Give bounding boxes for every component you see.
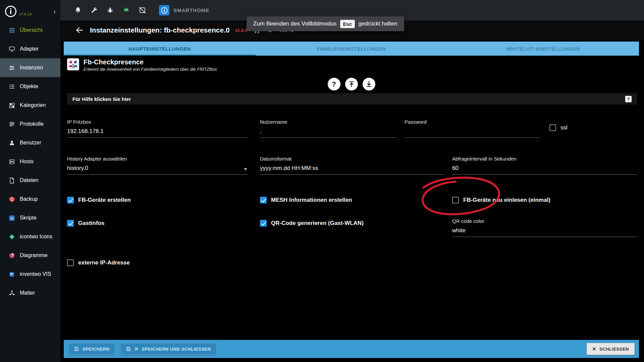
events-off-icon[interactable] [138, 6, 147, 14]
sidebar-item-matter[interactable]: Matter [0, 284, 60, 302]
checkbox-box [67, 259, 74, 266]
checkbox-label: MESH Informationen erstellen [271, 197, 352, 203]
sidebar-item-inventwo-vis[interactable]: inventwo VIS [0, 265, 60, 284]
download-config-button[interactable] [363, 78, 375, 90]
instance-settings-dialog: HAUPTEINSTELLUNGEN FAMILIENEINSTELLUNGEN… [64, 42, 639, 362]
field-label: Abfrageintervall in Sekunden [452, 156, 637, 161]
adapter-header: Fb-Checkpresence Erkennt die Anwesenheit… [67, 58, 217, 72]
mesh-informationen-checkbox[interactable]: MESH Informationen erstellen [260, 197, 352, 203]
sidebar-item-skripte[interactable]: JS Skripte [0, 208, 60, 227]
field-label: Datumsformat [260, 156, 445, 161]
notifications-bell-icon[interactable] [74, 6, 82, 14]
close-x-icon: × [592, 346, 596, 352]
sidebar-item-protokolle[interactable]: Protokolle [0, 115, 60, 133]
adapter-title-block: Fb-Checkpresence Erkennt die Anwesenheit… [84, 58, 217, 72]
abfrageintervall-input[interactable]: 60 [452, 165, 637, 175]
fb-geraete-erstellen-checkbox[interactable]: FB-Geräte erstellen [67, 197, 131, 203]
adapter-logo-icon [67, 58, 79, 70]
ip-fritzbox-field: IP Fritzbox 192.168.178.1 [67, 119, 249, 138]
history-adapter-select[interactable]: history.0 [67, 165, 249, 175]
iobroker-logo-icon [5, 5, 17, 17]
page-title: Instanzeinstellungen: fb-checkpresence.0 [90, 26, 230, 34]
field-label: QR code color [452, 219, 637, 224]
fullscreen-toast: Zum Beenden des Vollbildmodus Esc gedrüc… [247, 16, 404, 31]
sidebar-item-label: Übersicht [20, 27, 43, 33]
help-question-icon: ? [625, 96, 632, 102]
nutzername-input[interactable]: . [260, 128, 396, 138]
help-round-button[interactable]: ? [328, 78, 340, 90]
list-icon [8, 83, 15, 90]
sidebar-item-label: Objekte [20, 83, 38, 89]
sliders-icon [8, 64, 15, 71]
tab-label: FAMILIENEINSTELLUNGEN [317, 46, 386, 52]
adapter-name: Fb-Checkpresence [84, 58, 217, 66]
tab-bar: HAUPTEINSTELLUNGEN FAMILIENEINSTELLUNGEN… [64, 42, 639, 56]
sidebar-item-hosts[interactable]: Hosts [0, 152, 60, 171]
save-and-close-button[interactable]: × SPEICHERN UND SCHLIESSEN [120, 343, 216, 355]
checkbox-label: QR-Code generieren (Gast-WLAN) [271, 220, 364, 227]
sidebar-item-label: Dateien [20, 177, 38, 183]
admin-version: v7.6.14 [19, 12, 32, 16]
sidebar-item-label: Backup [20, 196, 38, 202]
externe-ip-adresse-checkbox[interactable]: externe IP-Adresse [67, 259, 130, 266]
back-arrow-icon[interactable] [75, 26, 84, 35]
close-button-label: SCHLIESSEN [599, 347, 629, 352]
qr-code-generieren-checkbox[interactable]: QR-Code generieren (Gast-WLAN) [260, 220, 364, 227]
sidebar-item-dateien[interactable]: Dateien [0, 171, 60, 190]
floppy-icon [74, 346, 79, 352]
close-x-icon: × [135, 346, 138, 352]
help-banner[interactable]: Für Hilfe klicken Sie hier ? [67, 93, 637, 105]
qr-code-color-input[interactable]: white [452, 227, 637, 237]
monitor-icon [8, 45, 15, 53]
wrench-icon[interactable] [90, 6, 98, 14]
abfrageintervall-field: Abfrageintervall in Sekunden 60 [452, 156, 637, 175]
sidebar-item-instanzen[interactable]: Instanzen [0, 58, 60, 77]
brand-name: SMARTHOME [173, 7, 209, 13]
sidebar-item-icontwo[interactable]: icontwo Icons [0, 227, 60, 246]
molecule-icon [8, 289, 15, 297]
upload-config-button[interactable] [345, 78, 358, 90]
floppy-icon [126, 346, 131, 352]
checkbox-box [67, 197, 74, 203]
diamond-icon [8, 233, 15, 240]
categories-icon [8, 102, 15, 109]
server-icon [8, 158, 15, 165]
save-and-close-button-label: SPEICHERN UND SCHLIESSEN [142, 347, 211, 352]
password-input[interactable] [405, 128, 540, 138]
gastinfos-checkbox[interactable]: Gastinfos [67, 220, 104, 227]
toast-text-after: gedrückt halten [358, 20, 397, 27]
file-icon [8, 177, 15, 184]
sidebar-item-diagramme[interactable]: Diagramme [0, 246, 60, 265]
sidebar-item-backup[interactable]: Backup [0, 190, 60, 208]
sidebar-item-kategorien[interactable]: Kategorien [0, 96, 60, 115]
qr-code-color-field: QR code color white [452, 219, 637, 237]
ssl-checkbox[interactable]: ssl [549, 124, 568, 131]
fb-geraete-neu-einlesen-checkbox[interactable]: FB-Geräte neu einlesen (einmal) [452, 197, 550, 203]
sidebar-item-label: Benutzer [20, 140, 41, 146]
tab-haupteinstellungen[interactable]: HAUPTEINSTELLUNGEN [64, 42, 256, 56]
help-banner-text: Für Hilfe klicken Sie hier [72, 96, 131, 102]
sidebar-item-label: Adapter [20, 46, 39, 52]
ip-fritzbox-input[interactable]: 192.168.178.1 [67, 128, 249, 138]
checkbox-label: ssl [560, 124, 568, 131]
android-icon[interactable] [122, 6, 130, 14]
checkbox-box [549, 124, 556, 131]
close-button[interactable]: × SCHLIESSEN [587, 343, 635, 355]
datumsformat-input[interactable]: yyyy.mm.dd HH:MM:ss [260, 165, 445, 175]
tab-familieneinstellungen[interactable]: FAMILIENEINSTELLUNGEN [256, 42, 447, 56]
app-root: v7.6.14 ‹ Übersicht Adapter Instanzen Ob… [0, 0, 644, 362]
sidebar-item-benutzer[interactable]: Benutzer [0, 133, 60, 152]
backup-icon [8, 195, 15, 203]
sidebar-item-objekte[interactable]: Objekte [0, 77, 60, 96]
grid-icon [8, 26, 15, 34]
sidebar-header: v7.6.14 ‹ [0, 0, 60, 19]
sidebar-collapse-button[interactable]: ‹ [53, 8, 56, 15]
tab-whitelist-einstellungen[interactable]: WHITELIST-EINSTELLUNGEN [447, 42, 639, 56]
save-button[interactable]: SPEICHERN [68, 343, 115, 355]
sidebar-item-label: Instanzen [20, 65, 43, 71]
sidebar-item-adapter[interactable]: Adapter [0, 40, 60, 58]
round-button-row: ? [64, 78, 639, 90]
checkbox-label: externe IP-Adresse [78, 259, 130, 266]
sidebar-item-uebersicht[interactable]: Übersicht [0, 21, 60, 40]
bug-icon[interactable] [106, 6, 114, 14]
